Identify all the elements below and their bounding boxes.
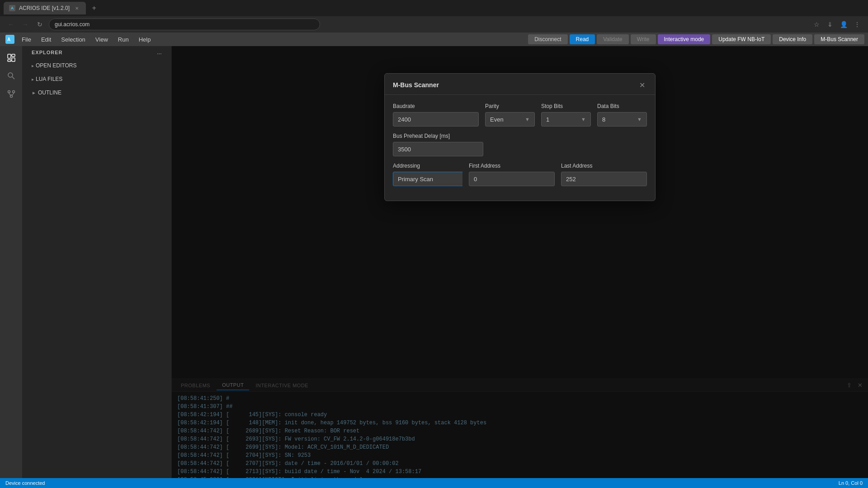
new-tab-button[interactable]: +	[88, 2, 100, 14]
menu-button[interactable]: ⋮	[852, 19, 863, 30]
addressing-dropdown-wrapper: Primary Scan ▼ Primary Scan Primary Unic…	[393, 172, 462, 186]
explorer-icon[interactable]	[3, 50, 19, 66]
lua-files-label: LUA FILES	[36, 76, 62, 82]
download-button[interactable]: ⇓	[825, 19, 835, 30]
parity-value: Even	[490, 116, 504, 123]
status-bar: Device connected Ln 0, Col 0	[0, 478, 868, 488]
last-address-input[interactable]	[561, 172, 647, 186]
search-icon[interactable]	[3, 68, 19, 84]
address-text: gui.acrios.com	[55, 21, 90, 28]
parity-group: Parity Even ▼	[485, 103, 535, 127]
reload-button[interactable]: ↻	[34, 19, 45, 30]
open-editors-toggle[interactable]: ▸ OPEN EDITORS	[23, 61, 171, 70]
explorer-panel: EXPLORER … ▸ OPEN EDITORS ▸ LUA FILES	[23, 46, 172, 478]
data-bits-label: Data Bits	[597, 103, 647, 109]
baudrate-group: Baudrate	[393, 103, 479, 127]
svg-rect-4	[12, 58, 15, 61]
stop-bits-chevron-down-icon: ▼	[581, 117, 586, 122]
browser-tab-bar: A ACRIOS IDE [v1.2.0] ✕ +	[0, 0, 868, 16]
activity-bar	[0, 46, 23, 478]
svg-point-10	[10, 95, 12, 98]
device-info-button[interactable]: Device Info	[773, 34, 812, 44]
explorer-title: EXPLORER	[32, 50, 63, 55]
data-bits-chevron-down-icon: ▼	[637, 117, 642, 122]
read-button[interactable]: Read	[570, 34, 595, 44]
interactive-mode-button[interactable]: Interactive mode	[658, 34, 711, 44]
menu-run[interactable]: Run	[113, 34, 133, 45]
main-area: EXPLORER … ▸ OPEN EDITORS ▸ LUA FILES	[0, 46, 868, 478]
chevron-icon: ►	[32, 90, 36, 95]
stop-bits-group: Stop Bits 1 ▼	[541, 103, 591, 127]
mbus-scanner-dialog: M-Bus Scanner ✕ Baudrate Parity	[384, 73, 656, 201]
browser-action-buttons: ☆ ⇓ 👤 ⋮	[811, 19, 863, 30]
more-actions-button[interactable]: …	[157, 50, 162, 55]
baudrate-label: Baudrate	[393, 103, 479, 109]
stop-bits-select[interactable]: 1 ▼	[541, 112, 591, 127]
svg-line-7	[12, 77, 14, 79]
lua-files-toggle[interactable]: ▸ LUA FILES	[23, 74, 171, 84]
menu-help[interactable]: Help	[134, 34, 156, 45]
active-tab[interactable]: A ACRIOS IDE [v1.2.0] ✕	[4, 2, 86, 14]
back-button[interactable]: ←	[5, 19, 16, 30]
forward-button[interactable]: →	[20, 19, 31, 30]
profile-button[interactable]: 👤	[838, 19, 849, 30]
bookmark-button[interactable]: ☆	[811, 19, 822, 30]
lua-files-section: ▸ LUA FILES	[23, 72, 171, 86]
app: A File Edit Selection View Run Help Disc…	[0, 33, 868, 488]
svg-point-8	[8, 91, 10, 93]
outline-label: OUTLINE	[38, 89, 61, 96]
browser-toolbar: ← → ↻ gui.acrios.com ☆ ⇓ 👤 ⋮	[0, 16, 868, 33]
first-address-input[interactable]	[469, 172, 555, 186]
address-bar[interactable]: gui.acrios.com	[49, 19, 320, 30]
toolbar-buttons: Disconnect Read Validate Write Interacti…	[528, 34, 864, 44]
data-bits-select[interactable]: 8 ▼	[597, 112, 647, 127]
addressing-group: Addressing Primary Scan ▼ Primary Scan P…	[393, 163, 462, 186]
tab-close-button[interactable]: ✕	[73, 5, 80, 12]
addressing-row: Addressing Primary Scan ▼ Primary Scan P…	[393, 163, 647, 186]
baudrate-input[interactable]	[393, 112, 479, 127]
svg-text:A: A	[7, 37, 10, 42]
addressing-value: Primary Scan	[398, 176, 433, 183]
addressing-dropdown-trigger[interactable]: Primary Scan ▼	[393, 172, 462, 186]
editor-area: M-Bus Scanner ✕ Baudrate Parity	[172, 46, 868, 478]
write-button[interactable]: Write	[631, 34, 656, 44]
status-left: Device connected	[5, 480, 45, 486]
data-bits-group: Data Bits 8 ▼	[597, 103, 647, 127]
dialog-title: M-Bus Scanner	[393, 81, 439, 89]
form-row-1: Baudrate Parity Even ▼	[393, 103, 647, 127]
form-row-2: Bus Preheat Delay [ms]	[393, 133, 647, 156]
app-icon: A	[4, 33, 16, 46]
stop-bits-label: Stop Bits	[541, 103, 591, 109]
tab-favicon: A	[9, 5, 15, 11]
source-control-icon[interactable]	[3, 86, 19, 102]
svg-rect-3	[12, 54, 15, 56]
open-editors-section: ▸ OPEN EDITORS	[23, 59, 171, 72]
dialog-overlay: M-Bus Scanner ✕ Baudrate Parity	[172, 46, 868, 478]
last-address-label: Last Address	[561, 163, 647, 169]
update-fw-button[interactable]: Update FW NB-IoT	[712, 34, 771, 44]
svg-point-6	[8, 73, 13, 77]
explorer-header-actions: …	[157, 50, 162, 55]
menu-bar: A File Edit Selection View Run Help Disc…	[0, 33, 868, 46]
disconnect-button[interactable]: Disconnect	[528, 34, 567, 44]
open-editors-label: OPEN EDITORS	[36, 62, 76, 69]
menu-file[interactable]: File	[17, 34, 36, 45]
dialog-close-button[interactable]: ✕	[637, 80, 647, 90]
last-address-group: Last Address	[561, 163, 647, 186]
menu-edit[interactable]: Edit	[37, 34, 56, 45]
svg-rect-2	[8, 54, 11, 58]
chevron-icon: ▸	[32, 63, 34, 68]
parity-select[interactable]: Even ▼	[485, 112, 535, 127]
mbus-scanner-button[interactable]: M-Bus Scanner	[814, 34, 864, 44]
stop-bits-value: 1	[546, 116, 549, 123]
validate-button[interactable]: Validate	[597, 34, 628, 44]
menu-view[interactable]: View	[91, 34, 113, 45]
svg-point-9	[12, 91, 14, 93]
bus-preheat-group: Bus Preheat Delay [ms]	[393, 133, 647, 156]
menu-selection[interactable]: Selection	[57, 34, 90, 45]
tab-title: ACRIOS IDE [v1.2.0]	[19, 5, 70, 11]
bus-preheat-input[interactable]	[393, 142, 483, 156]
outline-toggle[interactable]: ► OUTLINE	[23, 88, 171, 98]
outline-section: ► OUTLINE	[23, 86, 171, 99]
parity-label: Parity	[485, 103, 535, 109]
